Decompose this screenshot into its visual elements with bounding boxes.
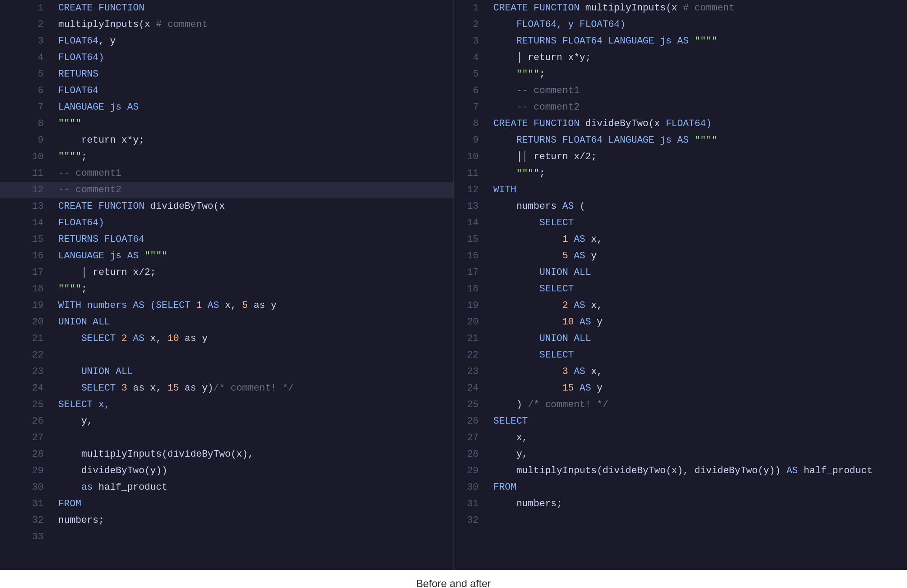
line-content: FROM	[489, 479, 907, 496]
line-number: 20	[0, 314, 54, 331]
line-content: │ return x*y;	[489, 50, 907, 66]
table-row: 27 x,	[454, 430, 907, 446]
table-row: 4 │ return x*y;	[454, 50, 907, 66]
line-content: WITH numbers AS (SELECT 1 AS x, 5 as y	[54, 297, 454, 314]
line-content: """";	[54, 149, 454, 165]
table-row: 19WITH numbers AS (SELECT 1 AS x, 5 as y	[0, 297, 454, 314]
line-content: RETURNS FLOAT64 LANGUAGE js AS """"	[489, 33, 907, 50]
table-row: 30 as half_product	[0, 479, 454, 496]
line-content: y,	[489, 446, 907, 463]
line-number: 31	[0, 496, 54, 512]
line-number: 26	[454, 413, 489, 430]
line-number: 5	[454, 66, 489, 83]
table-row: 10"""";	[0, 149, 454, 165]
table-row: 10 ││ return x/2;	[454, 149, 907, 165]
line-content: LANGUAGE js AS	[54, 99, 454, 116]
line-number: 28	[0, 446, 54, 463]
line-content: numbers;	[54, 512, 454, 529]
line-content: x,	[489, 430, 907, 446]
table-row: 24 15 AS y	[454, 380, 907, 397]
line-number: 32	[454, 512, 489, 529]
table-row: 1CREATE FUNCTION multiplyInputs(x # comm…	[454, 0, 907, 17]
line-number: 19	[0, 297, 54, 314]
left-code-panel: 1CREATE FUNCTION2multiplyInputs(x # comm…	[0, 0, 454, 570]
line-content: FLOAT64)	[54, 215, 454, 231]
table-row: 16LANGUAGE js AS """"	[0, 248, 454, 264]
line-content: │ return x/2;	[54, 264, 454, 281]
line-content: """";	[489, 165, 907, 182]
table-row: 6FLOAT64	[0, 83, 454, 99]
table-row: 31 numbers;	[454, 496, 907, 512]
line-number: 33	[0, 529, 54, 545]
table-row: 2multiplyInputs(x # comment	[0, 17, 454, 33]
line-content: CREATE FUNCTION multiplyInputs(x # comme…	[489, 0, 907, 17]
line-content	[54, 347, 454, 364]
line-number: 4	[454, 50, 489, 66]
table-row: 13 numbers AS (	[454, 198, 907, 215]
table-row: 29 multiplyInputs(divideByTwo(x), divide…	[454, 463, 907, 479]
table-row: 23 3 AS x,	[454, 364, 907, 380]
line-number: 22	[0, 347, 54, 364]
line-content: RETURNS FLOAT64	[54, 231, 454, 248]
line-number: 10	[454, 149, 489, 165]
table-row: 24 SELECT 3 as x, 15 as y)/* comment! */	[0, 380, 454, 397]
line-content: 2 AS x,	[489, 297, 907, 314]
line-content: multiplyInputs(x # comment	[54, 17, 454, 33]
line-content: CREATE FUNCTION	[54, 0, 454, 17]
table-row: 25SELECT x,	[0, 397, 454, 413]
table-row: 5 """";	[454, 66, 907, 83]
line-content: UNION ALL	[54, 314, 454, 331]
line-number: 13	[0, 198, 54, 215]
table-row: 20 10 AS y	[454, 314, 907, 331]
table-row: 15 1 AS x,	[454, 231, 907, 248]
table-row: 22	[0, 347, 454, 364]
line-number: 5	[0, 66, 54, 83]
line-content: FLOAT64, y FLOAT64)	[489, 17, 907, 33]
line-content: as half_product	[54, 479, 454, 496]
line-number: 6	[454, 83, 489, 99]
table-row: 21 UNION ALL	[454, 331, 907, 347]
line-content: FLOAT64)	[54, 50, 454, 66]
line-number: 23	[0, 364, 54, 380]
table-row: 16 5 AS y	[454, 248, 907, 264]
line-number: 18	[454, 281, 489, 297]
table-row: 11-- comment1	[0, 165, 454, 182]
line-number: 1	[0, 0, 54, 17]
table-row: 26SELECT	[454, 413, 907, 430]
line-number: 21	[0, 331, 54, 347]
line-number: 16	[0, 248, 54, 264]
line-content: SELECT 2 AS x, 10 as y	[54, 331, 454, 347]
line-content: UNION ALL	[54, 364, 454, 380]
line-number: 2	[454, 17, 489, 33]
line-content: FROM	[54, 496, 454, 512]
line-content	[54, 529, 454, 545]
line-number: 4	[0, 50, 54, 66]
line-content	[489, 512, 907, 529]
line-content: SELECT	[489, 347, 907, 364]
line-number: 21	[454, 331, 489, 347]
line-content: ││ return x/2;	[489, 149, 907, 165]
line-content: -- comment2	[54, 182, 454, 198]
line-number: 22	[454, 347, 489, 364]
table-row: 7 -- comment2	[454, 99, 907, 116]
table-row: 17 UNION ALL	[454, 264, 907, 281]
line-content: LANGUAGE js AS """"	[54, 248, 454, 264]
line-number: 31	[454, 496, 489, 512]
line-number: 18	[0, 281, 54, 297]
line-number: 7	[454, 99, 489, 116]
table-row: 25 ) /* comment! */	[454, 397, 907, 413]
line-content: CREATE FUNCTION divideByTwo(x FLOAT64)	[489, 116, 907, 132]
table-row: 26 y,	[0, 413, 454, 430]
line-content: -- comment1	[489, 83, 907, 99]
table-row: 7LANGUAGE js AS	[0, 99, 454, 116]
line-number: 17	[454, 264, 489, 281]
table-row: 3FLOAT64, y	[0, 33, 454, 50]
line-content: y,	[54, 413, 454, 430]
table-row: 9 RETURNS FLOAT64 LANGUAGE js AS """"	[454, 132, 907, 149]
table-row: 15RETURNS FLOAT64	[0, 231, 454, 248]
line-number: 12	[454, 182, 489, 198]
line-number: 14	[0, 215, 54, 231]
line-number: 30	[454, 479, 489, 496]
line-number: 26	[0, 413, 54, 430]
table-row: 3 RETURNS FLOAT64 LANGUAGE js AS """"	[454, 33, 907, 50]
